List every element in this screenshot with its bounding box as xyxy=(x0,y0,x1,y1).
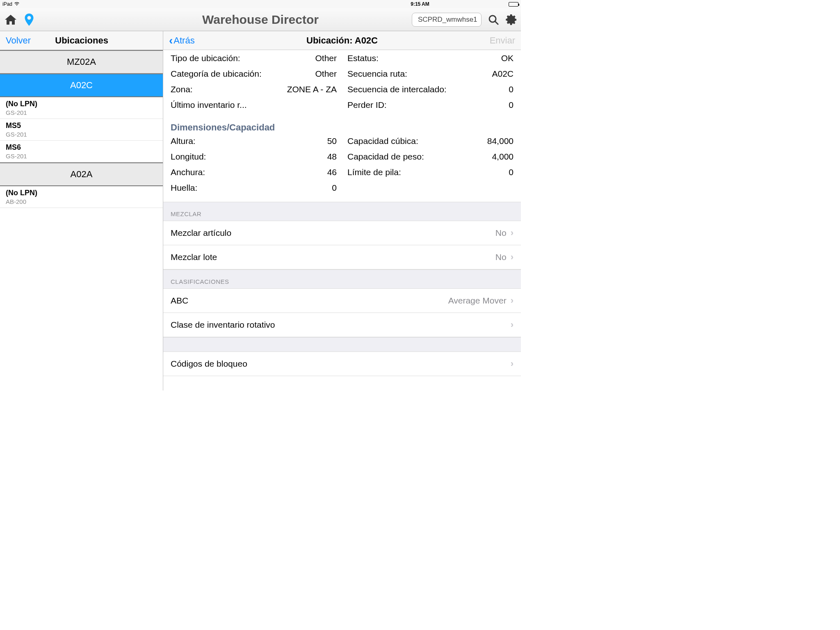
cell-value: Average Mover xyxy=(448,296,507,306)
wifi-icon xyxy=(14,1,20,7)
lpn-label: (No LPN) xyxy=(6,189,157,197)
kv-row xyxy=(347,181,514,194)
kv-row: Longitud:48 xyxy=(171,150,337,163)
detail-title: Ubicación: A02C xyxy=(306,35,378,46)
list-item[interactable]: (No LPN) AB-200 xyxy=(0,186,163,208)
kv-row: Huella:0 xyxy=(171,181,337,194)
clock: 9:15 AM xyxy=(411,1,429,7)
list-item[interactable]: (No LPN) GS-201 xyxy=(0,97,163,119)
sku-label: AB-200 xyxy=(6,198,157,205)
kv-row: Estatus:OK xyxy=(347,52,514,65)
chevron-right-icon: › xyxy=(511,228,514,238)
device-label: iPad xyxy=(2,1,12,7)
kv-row: Secuencia ruta:A02C xyxy=(347,67,514,80)
chevron-left-icon: ‹ xyxy=(169,36,173,45)
send-button[interactable]: Enviar xyxy=(490,35,515,46)
hold-codes-cell[interactable]: Códigos de bloqueo › xyxy=(163,352,521,376)
location-header[interactable]: MZ02A xyxy=(0,50,163,73)
sku-label: GS-201 xyxy=(6,109,157,116)
cell-label: ABC xyxy=(171,296,448,306)
kv-row: Capacidad cúbica:84,000 xyxy=(347,135,514,148)
kv-row: Capacidad de peso:4,000 xyxy=(347,150,514,163)
mix-group-header: MEZCLAR xyxy=(163,202,521,221)
lpn-label: MS5 xyxy=(6,121,157,130)
kv-row: Altura:50 xyxy=(171,135,337,148)
kv-row: Anchura:46 xyxy=(171,166,337,179)
chevron-right-icon: › xyxy=(511,252,514,262)
gear-icon[interactable] xyxy=(505,14,517,25)
list-item[interactable]: MS6 GS-201 xyxy=(0,141,163,162)
search-icon[interactable] xyxy=(488,14,499,25)
lpn-label: MS6 xyxy=(6,143,157,152)
detail-back-button[interactable]: ‹ Atrás xyxy=(169,35,195,46)
svg-line-1 xyxy=(495,21,498,24)
kv-row: Último inventario r... xyxy=(171,98,337,112)
left-pane-nav: Volver Ubicaciones xyxy=(0,31,163,50)
back-button[interactable]: Volver xyxy=(6,35,31,46)
sku-label: GS-201 xyxy=(6,153,157,160)
left-pane-title: Ubicaciones xyxy=(31,35,132,46)
app-title: Warehouse Director xyxy=(202,13,319,27)
lpn-label: (No LPN) xyxy=(6,100,157,108)
home-icon[interactable] xyxy=(4,14,17,25)
cell-value: No xyxy=(495,228,507,238)
mix-lot-cell[interactable]: Mezclar lote No › xyxy=(163,245,521,269)
kv-row: Perder ID:0 xyxy=(347,98,514,112)
kv-row: Secuencia de intercalado:0 xyxy=(347,83,514,96)
location-header[interactable]: A02A xyxy=(0,162,163,186)
status-bar: iPad 9:15 AM xyxy=(0,0,521,8)
kv-row: Categoría de ubicación:Other xyxy=(171,67,337,80)
chevron-right-icon: › xyxy=(511,295,514,306)
cell-label: Clase de inventario rotativo xyxy=(171,320,507,330)
cell-label: Códigos de bloqueo xyxy=(171,359,507,369)
warehouse-selector[interactable]: SCPRD_wmwhse1 xyxy=(412,13,482,27)
dimensions-title: Dimensiones/Capacidad xyxy=(163,119,521,133)
kv-row: Límite de pila:0 xyxy=(347,166,514,179)
kv-row: Zona:ZONE A - ZA xyxy=(171,83,337,96)
cycle-class-cell[interactable]: Clase de inventario rotativo › xyxy=(163,313,521,337)
list-item[interactable]: MS5 GS-201 xyxy=(0,119,163,141)
sku-label: GS-201 xyxy=(6,131,157,138)
cell-label: Mezclar artículo xyxy=(171,228,495,238)
chevron-right-icon: › xyxy=(511,320,514,330)
chevron-right-icon: › xyxy=(511,358,514,369)
class-group-header: CLASIFICACIONES xyxy=(163,269,521,289)
location-pin-icon[interactable] xyxy=(25,14,34,26)
location-header-selected[interactable]: A02C xyxy=(0,73,163,97)
group-spacer xyxy=(163,337,521,352)
detail-pane: ‹ Atrás Ubicación: A02C Enviar Tipo de u… xyxy=(163,31,521,390)
abc-cell[interactable]: ABC Average Mover › xyxy=(163,289,521,313)
location-info-grid: Tipo de ubicación:Other Estatus:OK Categ… xyxy=(163,50,521,119)
battery-icon xyxy=(509,2,518,7)
kv-row: Tipo de ubicación:Other xyxy=(171,52,337,65)
cell-label: Mezclar lote xyxy=(171,252,495,262)
app-header: Warehouse Director SCPRD_wmwhse1 xyxy=(0,8,521,31)
mix-item-cell[interactable]: Mezclar artículo No › xyxy=(163,221,521,245)
detail-back-label: Atrás xyxy=(173,35,194,46)
dimensions-grid: Altura:50 Capacidad cúbica:84,000 Longit… xyxy=(163,133,521,202)
detail-nav: ‹ Atrás Ubicación: A02C Enviar xyxy=(163,31,521,50)
cell-value: No xyxy=(495,252,507,262)
locations-pane: Volver Ubicaciones MZ02A A02C (No LPN) G… xyxy=(0,31,163,390)
